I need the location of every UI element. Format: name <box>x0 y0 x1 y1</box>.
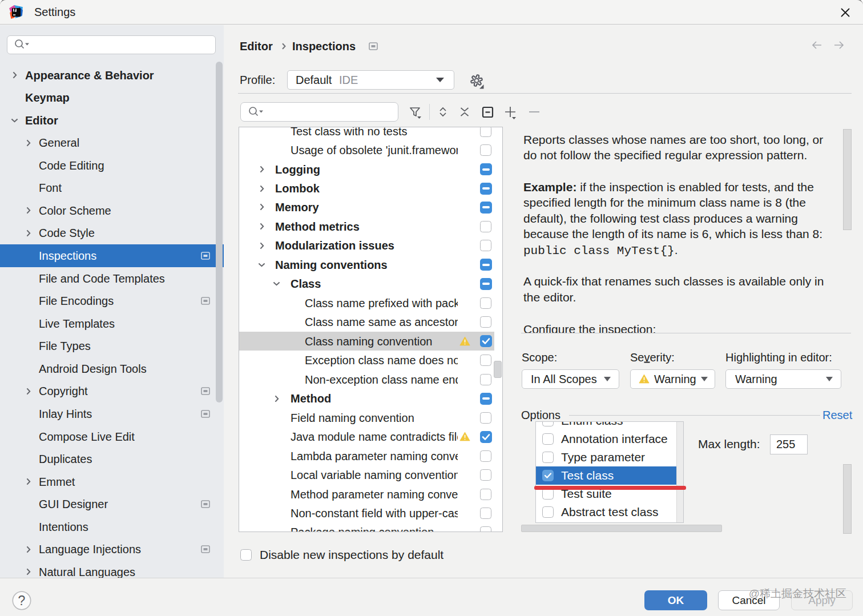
svg-text:?: ? <box>18 593 26 608</box>
